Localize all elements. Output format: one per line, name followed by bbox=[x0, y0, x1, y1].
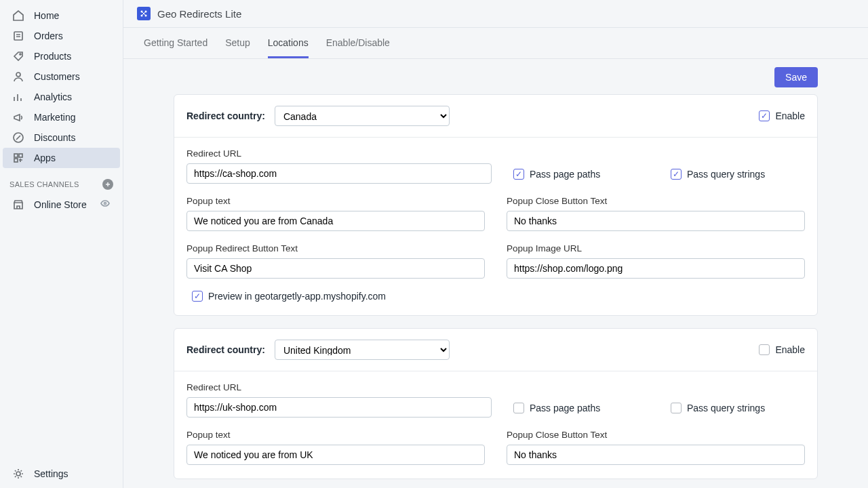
pass-query-checkbox[interactable]: ✓ bbox=[671, 169, 682, 180]
svg-rect-6 bbox=[14, 159, 18, 162]
pass-query-label: Pass query strings bbox=[687, 169, 765, 180]
nav-orders[interactable]: Orders bbox=[3, 26, 120, 46]
popup-image-input[interactable] bbox=[507, 258, 805, 279]
person-icon bbox=[12, 70, 24, 83]
popup-close-label: Popup Close Button Text bbox=[507, 196, 805, 206]
popup-close-label: Popup Close Button Text bbox=[507, 430, 805, 440]
nav-marketing[interactable]: Marketing bbox=[3, 107, 120, 127]
popup-text-label: Popup text bbox=[186, 430, 485, 440]
redirect-country-label: Redirect country: bbox=[186, 110, 265, 121]
redirect-url-input[interactable] bbox=[186, 397, 492, 418]
horn-icon bbox=[12, 111, 24, 123]
gear-icon bbox=[12, 468, 24, 480]
svg-rect-0 bbox=[14, 32, 22, 40]
redirect-url-input[interactable] bbox=[186, 163, 492, 184]
nav-discounts[interactable]: Discounts bbox=[3, 127, 120, 148]
popup-text-input[interactable] bbox=[186, 445, 485, 465]
save-button[interactable]: Save bbox=[774, 67, 818, 87]
tabs: Getting Started Setup Locations Enable/D… bbox=[123, 28, 868, 59]
content: Save Redirect country: Canada ✓ Enable R… bbox=[123, 59, 868, 488]
enable-checkbox[interactable]: ✓ bbox=[759, 110, 770, 121]
tab-setup[interactable]: Setup bbox=[225, 28, 250, 58]
nav-customers[interactable]: Customers bbox=[3, 66, 120, 87]
svg-rect-4 bbox=[14, 154, 18, 157]
redirect-card: Redirect country: United Kingdom ✓ Enabl… bbox=[174, 328, 818, 479]
enable-label: Enable bbox=[775, 110, 805, 121]
app-header: Geo Redirects Lite bbox=[123, 0, 868, 28]
nav-online-store[interactable]: Online Store bbox=[3, 194, 120, 215]
enable-checkbox[interactable]: ✓ bbox=[759, 344, 770, 355]
orders-icon bbox=[12, 30, 24, 42]
svg-rect-5 bbox=[19, 154, 22, 157]
popup-text-input[interactable] bbox=[186, 211, 485, 231]
tab-locations[interactable]: Locations bbox=[268, 28, 309, 58]
popup-image-label: Popup Image URL bbox=[507, 243, 805, 253]
app-logo-icon bbox=[137, 7, 151, 20]
nav-list: Home Orders Products Customers Analytics… bbox=[0, 5, 123, 168]
add-channel-icon[interactable] bbox=[102, 179, 113, 190]
apps-icon bbox=[12, 152, 24, 164]
preview-checkbox[interactable]: ✓ bbox=[192, 291, 203, 302]
main: Geo Redirects Lite Getting Started Setup… bbox=[123, 0, 868, 488]
country-select[interactable]: Canada bbox=[275, 106, 450, 126]
home-icon bbox=[12, 9, 24, 22]
pass-paths-checkbox[interactable]: ✓ bbox=[513, 403, 524, 413]
discount-icon bbox=[12, 131, 24, 144]
app-title: Geo Redirects Lite bbox=[157, 8, 241, 20]
chart-icon bbox=[12, 91, 24, 103]
popup-close-input[interactable] bbox=[507, 211, 805, 231]
pass-paths-label: Pass page paths bbox=[530, 403, 600, 413]
nav-products[interactable]: Products bbox=[3, 46, 120, 66]
nav-settings[interactable]: Settings bbox=[3, 464, 120, 484]
sidebar: Home Orders Products Customers Analytics… bbox=[0, 0, 123, 488]
popup-redirect-input[interactable] bbox=[186, 258, 485, 279]
nav-analytics[interactable]: Analytics bbox=[3, 87, 120, 107]
enable-label: Enable bbox=[775, 344, 805, 355]
sales-channels-header: SALES CHANNELS bbox=[0, 168, 123, 194]
popup-close-input[interactable] bbox=[507, 445, 805, 465]
tab-getting-started[interactable]: Getting Started bbox=[144, 28, 208, 58]
redirect-country-label: Redirect country: bbox=[186, 344, 265, 355]
pass-query-label: Pass query strings bbox=[687, 403, 765, 413]
redirect-url-label: Redirect URL bbox=[186, 382, 492, 392]
country-select[interactable]: United Kingdom bbox=[275, 340, 450, 360]
svg-point-2 bbox=[16, 73, 20, 77]
store-icon bbox=[12, 199, 24, 211]
popup-redirect-label: Popup Redirect Button Text bbox=[186, 243, 485, 253]
nav-home[interactable]: Home bbox=[3, 5, 120, 26]
eye-icon[interactable] bbox=[100, 198, 111, 211]
pass-paths-label: Pass page paths bbox=[530, 169, 600, 180]
pass-query-checkbox[interactable]: ✓ bbox=[671, 403, 682, 413]
redirect-url-label: Redirect URL bbox=[186, 148, 492, 159]
tag-icon bbox=[12, 50, 24, 62]
tab-enable-disable[interactable]: Enable/Disable bbox=[326, 28, 390, 58]
preview-label: Preview in geotargetly-app.myshopify.com bbox=[208, 291, 386, 302]
svg-point-9 bbox=[16, 472, 20, 476]
pass-paths-checkbox[interactable]: ✓ bbox=[513, 169, 524, 180]
popup-text-label: Popup text bbox=[186, 196, 485, 206]
svg-point-8 bbox=[104, 203, 106, 205]
svg-point-1 bbox=[20, 54, 21, 55]
nav-apps[interactable]: Apps bbox=[3, 148, 120, 168]
redirect-card: Redirect country: Canada ✓ Enable Redire… bbox=[174, 94, 818, 316]
